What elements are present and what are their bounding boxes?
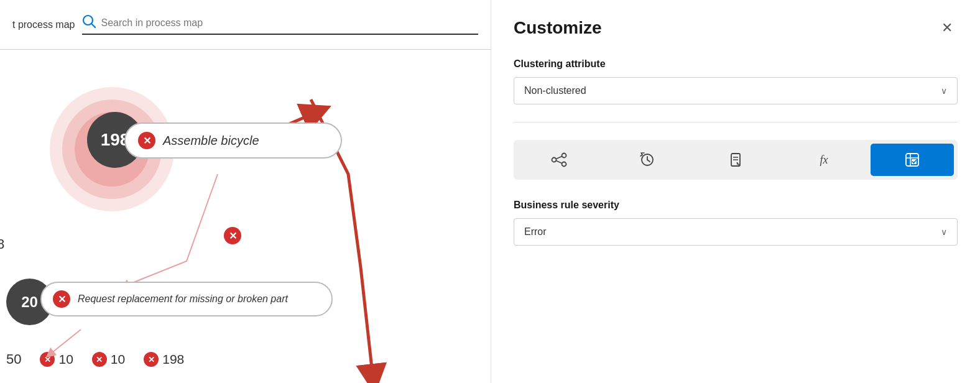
badge-20-top: ✕ 20 — [224, 227, 241, 244]
bottom-numbers-row: 50 ✕ 10 ✕ 10 ✕ 198 — [0, 351, 190, 367]
request-replacement-label: Request replacement for missing or broke… — [78, 293, 288, 305]
svg-point-4 — [562, 162, 566, 167]
error-icon-20-top: ✕ — [224, 227, 241, 244]
badge-bottom-198: ✕ 198 — [144, 352, 184, 367]
formula-icon: fx — [820, 154, 828, 167]
clustering-value: Non-clustered — [524, 85, 586, 96]
search-icon — [82, 14, 96, 31]
error-icon-bottom-10b: ✕ — [92, 352, 107, 367]
process-map-panel: t process map — [0, 0, 491, 383]
customize-header: Customize ✕ — [514, 17, 958, 39]
svg-line-6 — [557, 161, 562, 164]
business-rule-label: Business rule severity — [514, 200, 958, 211]
error-icon-bottom-10a: ✕ — [40, 352, 55, 367]
business-rule-dropdown[interactable]: Error ∨ — [514, 218, 958, 246]
map-canvas: 198 ✕ Assemble bicycle 8 ✕ 20 20 ✕ Reque… — [0, 50, 491, 383]
badge-bottom-10b: ✕ 10 — [92, 352, 125, 367]
error-icon-bottom-198: ✕ — [144, 352, 159, 367]
error-icon-assemble: ✕ — [138, 132, 155, 149]
label-50: 50 — [6, 351, 21, 367]
business-rule-value: Error — [524, 226, 547, 238]
search-bar: t process map — [0, 0, 491, 50]
business-rule-section: Business rule severity Error ∨ — [514, 200, 958, 246]
process-map-label: t process map — [12, 19, 75, 30]
clustering-dropdown[interactable]: Non-clustered ∨ — [514, 77, 958, 104]
tab-formula[interactable]: fx — [782, 144, 866, 176]
badge-bottom-10a: ✕ 10 — [40, 352, 73, 367]
svg-point-2 — [552, 158, 557, 162]
customize-title: Customize — [514, 18, 602, 38]
tab-icons-row: fx — [514, 140, 958, 180]
svg-point-3 — [562, 154, 566, 158]
search-input[interactable] — [101, 17, 478, 29]
svg-line-1 — [92, 24, 96, 28]
tab-connections[interactable] — [517, 144, 601, 176]
tab-time[interactable] — [606, 144, 689, 176]
label-8: 8 — [0, 236, 4, 252]
pill-request-replacement[interactable]: ✕ Request replacement for missing or bro… — [40, 282, 333, 316]
svg-line-5 — [557, 157, 562, 159]
pill-assemble-bicycle[interactable]: ✕ Assemble bicycle — [124, 122, 342, 159]
svg-line-9 — [647, 160, 650, 162]
tab-rule[interactable] — [871, 144, 954, 176]
search-input-wrap[interactable] — [82, 14, 478, 35]
section-divider — [514, 122, 958, 122]
business-rule-chevron-icon: ∨ — [941, 227, 947, 237]
clustering-chevron-icon: ∨ — [941, 86, 947, 96]
assemble-bicycle-label: Assemble bicycle — [163, 134, 259, 148]
tab-document[interactable] — [694, 144, 777, 176]
error-icon-request: ✕ — [53, 290, 70, 308]
clustering-label: Clustering attribute — [514, 58, 958, 70]
close-button[interactable]: ✕ — [936, 17, 958, 39]
customize-panel: Customize ✕ Clustering attribute Non-clu… — [491, 0, 980, 383]
